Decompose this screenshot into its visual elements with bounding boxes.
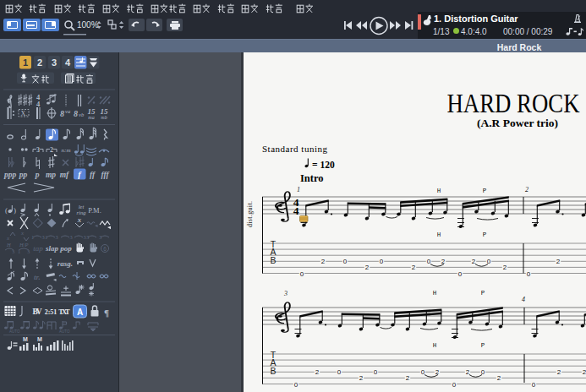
svg-text:x: x (6, 235, 10, 242)
svg-text:H: H (437, 188, 441, 194)
svg-text:p: p (35, 171, 40, 179)
svg-text:ring: ring (77, 210, 87, 215)
svg-text:0: 0 (343, 258, 348, 265)
svg-text:2: 2 (497, 374, 501, 382)
svg-text:vb: vb (79, 112, 85, 117)
svg-text:2: 2 (557, 368, 561, 376)
svg-text:AUTO: AUTO (59, 329, 70, 334)
svg-text:4: 4 (522, 296, 525, 303)
svg-text:P: P (481, 290, 485, 297)
svg-text:va: va (65, 108, 70, 114)
svg-text:H/P: H/P (19, 242, 29, 248)
svg-text:M: M (23, 336, 28, 342)
svg-text:2: 2 (406, 374, 410, 382)
svg-text:P: P (483, 188, 487, 194)
svg-text:0: 0 (300, 270, 304, 278)
svg-text:8: 8 (60, 109, 64, 118)
svg-text:0: 0 (452, 381, 457, 389)
svg-text:2: 2 (583, 368, 586, 376)
svg-text:fff: fff (101, 171, 109, 179)
svg-text:6: 6 (103, 246, 107, 252)
svg-text:3: 3 (12, 248, 14, 254)
svg-text:0: 0 (374, 368, 378, 376)
svg-text:P: P (483, 231, 487, 238)
svg-text:mb: mb (101, 115, 107, 120)
svg-text:1: 1 (23, 57, 28, 68)
svg-text:3: 3 (86, 234, 89, 240)
svg-text:3: 3 (56, 234, 58, 240)
svg-text:2: 2 (50, 146, 53, 154)
svg-text:3: 3 (36, 146, 40, 154)
svg-text:BV: BV (33, 308, 42, 316)
svg-text:0: 0 (337, 368, 342, 376)
svg-text:¶: ¶ (104, 308, 109, 318)
svg-text:mf: mf (60, 171, 69, 179)
svg-text:3: 3 (283, 290, 288, 297)
svg-text:0: 0 (527, 270, 531, 278)
svg-text:ff: ff (90, 171, 96, 179)
svg-text:ma: ma (88, 115, 94, 120)
svg-text:H: H (433, 342, 437, 349)
svg-text:2: 2 (365, 264, 370, 271)
svg-text:2: 2 (412, 264, 416, 271)
svg-text:H: H (6, 242, 11, 248)
svg-text:tr.: tr. (34, 273, 41, 281)
svg-text:0: 0 (294, 381, 298, 389)
svg-text:3: 3 (99, 234, 101, 240)
svg-text:2: 2 (525, 186, 528, 193)
svg-text:2: 2 (359, 374, 364, 382)
svg-text:HARD ROCK: HARD ROCK (447, 90, 580, 118)
svg-text:Intro: Intro (300, 172, 324, 184)
svg-text:0: 0 (458, 270, 463, 278)
svg-text:tap: tap (33, 244, 43, 253)
svg-text:1: 1 (297, 186, 300, 193)
svg-text:100%: 100% (77, 20, 99, 30)
svg-text:H: H (437, 231, 441, 238)
svg-text:2: 2 (503, 264, 507, 271)
svg-text:TXT: TXT (58, 308, 70, 316)
svg-text:dist.guit.: dist.guit. (246, 201, 254, 227)
svg-text:M: M (37, 336, 42, 342)
svg-text:2: 2 (321, 258, 326, 265)
svg-text:4: 4 (293, 204, 299, 217)
svg-text:2: 2 (315, 368, 320, 376)
svg-text:3: 3 (52, 57, 57, 68)
svg-text:x: x (20, 230, 25, 237)
svg-text:P.M.: P.M. (88, 206, 101, 215)
svg-text:8: 8 (74, 109, 78, 118)
svg-text:(A.R Power trio): (A.R Power trio) (477, 117, 558, 129)
svg-text:1: 1 (45, 234, 47, 240)
svg-text:H: H (433, 290, 437, 297)
svg-text:B: B (270, 366, 276, 376)
svg-text:A: A (77, 308, 83, 317)
svg-text:0: 0 (380, 258, 384, 265)
svg-text:n:m: n:m (62, 147, 71, 154)
svg-text:X.: X. (21, 110, 28, 117)
svg-text:B: B (270, 255, 276, 265)
svg-text:3: 3 (27, 248, 30, 254)
svg-text:ppp: ppp (3, 171, 17, 179)
svg-text:4: 4 (36, 100, 41, 108)
svg-text:): ) (14, 206, 16, 215)
svg-text:1: 1 (31, 234, 34, 240)
svg-text:3: 3 (70, 234, 73, 240)
svg-text:1: 1 (18, 248, 20, 254)
svg-text:= 120: = 120 (312, 160, 335, 170)
svg-text:(: ( (5, 206, 8, 215)
svg-text:2: 2 (37, 57, 42, 68)
svg-text:P: P (481, 342, 485, 349)
svg-text:pp: pp (19, 171, 28, 179)
svg-text:0: 0 (532, 381, 536, 389)
svg-text:slap: slap (45, 244, 59, 253)
svg-text:pop: pop (59, 244, 72, 253)
svg-text:2:51: 2:51 (45, 308, 58, 316)
svg-text:rasg.: rasg. (58, 259, 73, 268)
svg-text:x: x (77, 215, 82, 224)
svg-text:Standard tuning: Standard tuning (262, 144, 327, 154)
svg-text:2: 2 (556, 258, 561, 265)
svg-text:4: 4 (65, 57, 71, 68)
svg-text:AUTO: AUTO (9, 329, 20, 334)
svg-text:mp: mp (46, 171, 56, 179)
